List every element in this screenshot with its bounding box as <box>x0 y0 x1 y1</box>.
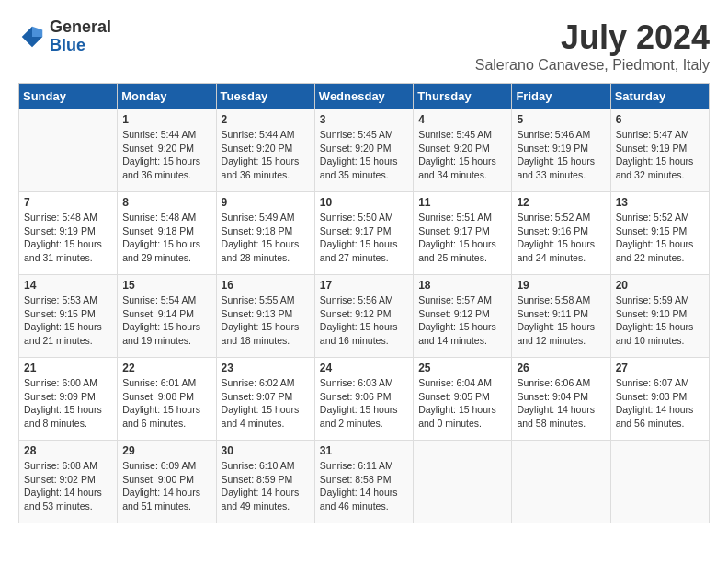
cell-content: Sunrise: 5:48 AM Sunset: 9:18 PM Dayligh… <box>122 211 210 265</box>
cell-content: Sunrise: 5:56 AM Sunset: 9:12 PM Dayligh… <box>320 293 408 348</box>
logo-icon <box>18 23 46 51</box>
cell-content: Sunrise: 5:44 AM Sunset: 9:20 PM Dayligh… <box>222 128 310 182</box>
day-number: 13 <box>616 196 704 209</box>
calendar-cell: 16Sunrise: 5:55 AM Sunset: 9:13 PM Dayli… <box>216 275 314 358</box>
day-number: 9 <box>222 196 310 209</box>
calendar-cell: 19Sunrise: 5:58 AM Sunset: 9:11 PM Dayli… <box>512 275 610 358</box>
calendar-cell: 14Sunrise: 5:53 AM Sunset: 9:15 PM Dayli… <box>19 275 118 358</box>
calendar-header-friday: Friday <box>512 84 610 109</box>
calendar-cell: 28Sunrise: 6:08 AM Sunset: 9:02 PM Dayli… <box>19 441 118 523</box>
cell-content: Sunrise: 6:03 AM Sunset: 9:06 PM Dayligh… <box>320 376 408 431</box>
calendar-cell: 23Sunrise: 6:02 AM Sunset: 9:07 PM Dayli… <box>216 358 314 441</box>
calendar-cell: 21Sunrise: 6:00 AM Sunset: 9:09 PM Dayli… <box>19 358 118 441</box>
day-number: 10 <box>320 196 408 209</box>
svg-marker-1 <box>32 27 42 37</box>
cell-content: Sunrise: 5:59 AM Sunset: 9:10 PM Dayligh… <box>616 293 704 348</box>
day-number: 29 <box>122 444 210 457</box>
calendar-header-thursday: Thursday <box>414 84 512 109</box>
calendar-week-row: 21Sunrise: 6:00 AM Sunset: 9:09 PM Dayli… <box>19 358 710 441</box>
day-number: 18 <box>418 279 506 292</box>
calendar-cell <box>414 441 512 523</box>
calendar-table: SundayMondayTuesdayWednesdayThursdayFrid… <box>18 83 710 523</box>
cell-content: Sunrise: 5:52 AM Sunset: 9:16 PM Dayligh… <box>517 211 605 265</box>
calendar-header-row: SundayMondayTuesdayWednesdayThursdayFrid… <box>19 84 710 109</box>
cell-content: Sunrise: 5:46 AM Sunset: 9:19 PM Dayligh… <box>517 128 605 182</box>
cell-content: Sunrise: 5:52 AM Sunset: 9:15 PM Dayligh… <box>616 211 704 265</box>
calendar-cell: 7Sunrise: 5:48 AM Sunset: 9:19 PM Daylig… <box>19 192 118 275</box>
logo-blue: Blue <box>50 37 111 55</box>
day-number: 24 <box>320 362 408 374</box>
day-number: 23 <box>222 362 310 374</box>
logo-general: General <box>50 18 111 37</box>
day-number: 31 <box>320 444 408 457</box>
day-number: 21 <box>24 362 112 374</box>
calendar-cell <box>512 441 610 523</box>
cell-content: Sunrise: 6:08 AM Sunset: 9:02 PM Dayligh… <box>24 459 112 513</box>
day-number: 20 <box>616 279 704 292</box>
day-number: 19 <box>517 279 605 292</box>
calendar-header-sunday: Sunday <box>19 84 118 109</box>
cell-content: Sunrise: 5:53 AM Sunset: 9:15 PM Dayligh… <box>24 293 112 348</box>
day-number: 1 <box>122 113 210 126</box>
day-number: 14 <box>24 279 112 292</box>
cell-content: Sunrise: 6:07 AM Sunset: 9:03 PM Dayligh… <box>616 376 704 431</box>
calendar-cell: 24Sunrise: 6:03 AM Sunset: 9:06 PM Dayli… <box>314 358 413 441</box>
cell-content: Sunrise: 6:02 AM Sunset: 9:07 PM Dayligh… <box>222 376 310 431</box>
day-number: 15 <box>122 279 210 292</box>
calendar-week-row: 28Sunrise: 6:08 AM Sunset: 9:02 PM Dayli… <box>19 441 710 523</box>
day-number: 28 <box>24 444 112 457</box>
day-number: 6 <box>616 113 704 126</box>
cell-content: Sunrise: 5:50 AM Sunset: 9:17 PM Dayligh… <box>320 211 408 265</box>
calendar-cell: 29Sunrise: 6:09 AM Sunset: 9:00 PM Dayli… <box>118 441 216 523</box>
cell-content: Sunrise: 5:57 AM Sunset: 9:12 PM Dayligh… <box>418 293 506 348</box>
cell-content: Sunrise: 6:04 AM Sunset: 9:05 PM Dayligh… <box>418 376 506 431</box>
calendar-cell: 20Sunrise: 5:59 AM Sunset: 9:10 PM Dayli… <box>610 275 709 358</box>
day-number: 17 <box>320 279 408 292</box>
day-number: 22 <box>122 362 210 374</box>
cell-content: Sunrise: 6:00 AM Sunset: 9:09 PM Dayligh… <box>24 376 112 431</box>
day-number: 2 <box>222 113 310 126</box>
calendar-cell: 9Sunrise: 5:49 AM Sunset: 9:18 PM Daylig… <box>216 192 314 275</box>
day-number: 8 <box>122 196 210 209</box>
calendar-cell: 31Sunrise: 6:11 AM Sunset: 8:58 PM Dayli… <box>314 441 413 523</box>
title-area: July 2024 Salerano Canavese, Piedmont, I… <box>475 18 710 74</box>
calendar-cell: 1Sunrise: 5:44 AM Sunset: 9:20 PM Daylig… <box>118 109 216 192</box>
cell-content: Sunrise: 6:06 AM Sunset: 9:04 PM Dayligh… <box>517 376 605 431</box>
day-number: 7 <box>24 196 112 209</box>
calendar-week-row: 7Sunrise: 5:48 AM Sunset: 9:19 PM Daylig… <box>19 192 710 275</box>
calendar-cell: 30Sunrise: 6:10 AM Sunset: 8:59 PM Dayli… <box>216 441 314 523</box>
calendar-cell: 12Sunrise: 5:52 AM Sunset: 9:16 PM Dayli… <box>512 192 610 275</box>
day-number: 3 <box>320 113 408 126</box>
day-number: 26 <box>517 362 605 374</box>
calendar-header-saturday: Saturday <box>610 84 709 109</box>
day-number: 12 <box>517 196 605 209</box>
calendar-week-row: 14Sunrise: 5:53 AM Sunset: 9:15 PM Dayli… <box>19 275 710 358</box>
calendar-cell: 10Sunrise: 5:50 AM Sunset: 9:17 PM Dayli… <box>314 192 413 275</box>
calendar-header-wednesday: Wednesday <box>314 84 413 109</box>
page-header: General Blue July 2024 Salerano Canavese… <box>18 18 710 74</box>
logo: General Blue <box>18 18 111 55</box>
calendar-cell: 4Sunrise: 5:45 AM Sunset: 9:20 PM Daylig… <box>414 109 512 192</box>
calendar-cell: 11Sunrise: 5:51 AM Sunset: 9:17 PM Dayli… <box>414 192 512 275</box>
cell-content: Sunrise: 5:49 AM Sunset: 9:18 PM Dayligh… <box>222 211 310 265</box>
calendar-cell: 3Sunrise: 5:45 AM Sunset: 9:20 PM Daylig… <box>314 109 413 192</box>
calendar-cell: 18Sunrise: 5:57 AM Sunset: 9:12 PM Dayli… <box>414 275 512 358</box>
calendar-cell <box>19 109 118 192</box>
calendar-cell: 8Sunrise: 5:48 AM Sunset: 9:18 PM Daylig… <box>118 192 216 275</box>
calendar-cell: 5Sunrise: 5:46 AM Sunset: 9:19 PM Daylig… <box>512 109 610 192</box>
cell-content: Sunrise: 5:48 AM Sunset: 9:19 PM Dayligh… <box>24 211 112 265</box>
month-title: July 2024 <box>475 18 710 57</box>
calendar-cell: 26Sunrise: 6:06 AM Sunset: 9:04 PM Dayli… <box>512 358 610 441</box>
day-number: 25 <box>418 362 506 374</box>
cell-content: Sunrise: 6:09 AM Sunset: 9:00 PM Dayligh… <box>122 459 210 513</box>
cell-content: Sunrise: 6:11 AM Sunset: 8:58 PM Dayligh… <box>320 459 408 513</box>
cell-content: Sunrise: 6:01 AM Sunset: 9:08 PM Dayligh… <box>122 376 210 431</box>
day-number: 30 <box>222 444 310 457</box>
day-number: 27 <box>616 362 704 374</box>
calendar-cell: 15Sunrise: 5:54 AM Sunset: 9:14 PM Dayli… <box>118 275 216 358</box>
logo-text: General Blue <box>50 18 111 55</box>
calendar-cell: 2Sunrise: 5:44 AM Sunset: 9:20 PM Daylig… <box>216 109 314 192</box>
day-number: 16 <box>222 279 310 292</box>
day-number: 11 <box>418 196 506 209</box>
calendar-cell: 25Sunrise: 6:04 AM Sunset: 9:05 PM Dayli… <box>414 358 512 441</box>
